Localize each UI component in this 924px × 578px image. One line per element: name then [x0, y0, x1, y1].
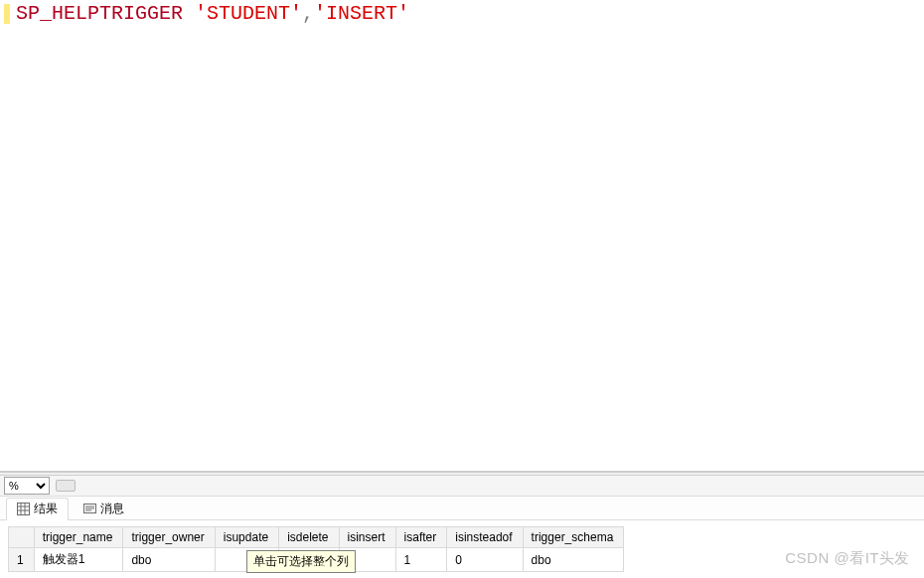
proc-name: SP_HELPTRIGGER — [16, 2, 195, 25]
cell[interactable] — [215, 548, 278, 572]
tab-results[interactable]: 结果 — [6, 498, 69, 519]
zoom-bar: % — [0, 476, 924, 497]
grid-icon — [17, 503, 30, 515]
message-icon — [83, 503, 96, 515]
col-header[interactable]: isupdate — [215, 527, 278, 548]
col-header[interactable]: isafter — [395, 527, 447, 548]
cell[interactable]: 1 — [339, 548, 395, 572]
cell[interactable]: dbo — [523, 548, 624, 572]
cell[interactable]: 1 — [395, 548, 447, 572]
comma: , — [302, 2, 314, 25]
zoom-select[interactable]: % — [4, 477, 50, 495]
col-header[interactable]: isinsert — [339, 527, 395, 548]
table-row[interactable]: 1 触发器1 dbo 1 1 0 dbo — [9, 548, 624, 572]
col-header[interactable]: isinsteadof — [447, 527, 523, 548]
sql-editor[interactable]: SP_HELPTRIGGER 'STUDENT','INSERT' — [0, 0, 924, 472]
results-table[interactable]: trigger_name trigger_owner isupdate isde… — [8, 526, 624, 572]
zoom-thumb[interactable] — [56, 480, 76, 492]
col-header[interactable]: trigger_schema — [523, 527, 624, 548]
tab-messages-label: 消息 — [100, 501, 124, 517]
cell[interactable]: 触发器1 — [34, 548, 123, 572]
string-literal: 'STUDENT' — [195, 2, 302, 25]
current-line-marker — [4, 4, 10, 24]
tab-messages[interactable]: 消息 — [73, 498, 135, 519]
corner-cell[interactable] — [9, 527, 35, 548]
header-row: trigger_name trigger_owner isupdate isde… — [9, 527, 624, 548]
cell[interactable]: 0 — [447, 548, 523, 572]
tab-results-label: 结果 — [34, 501, 58, 517]
col-header[interactable]: isdelete — [279, 527, 339, 548]
editor-line: SP_HELPTRIGGER 'STUDENT','INSERT' — [16, 2, 409, 26]
row-number[interactable]: 1 — [9, 548, 35, 572]
watermark: CSDN @看IT头发 — [785, 549, 910, 568]
col-header[interactable]: trigger_name — [34, 527, 123, 548]
string-literal: 'INSERT' — [314, 2, 409, 25]
cell[interactable] — [279, 548, 339, 572]
results-tabs: 结果 消息 — [0, 497, 924, 520]
svg-rect-0 — [18, 504, 30, 515]
cell[interactable]: dbo — [123, 548, 215, 572]
col-header[interactable]: trigger_owner — [123, 527, 215, 548]
